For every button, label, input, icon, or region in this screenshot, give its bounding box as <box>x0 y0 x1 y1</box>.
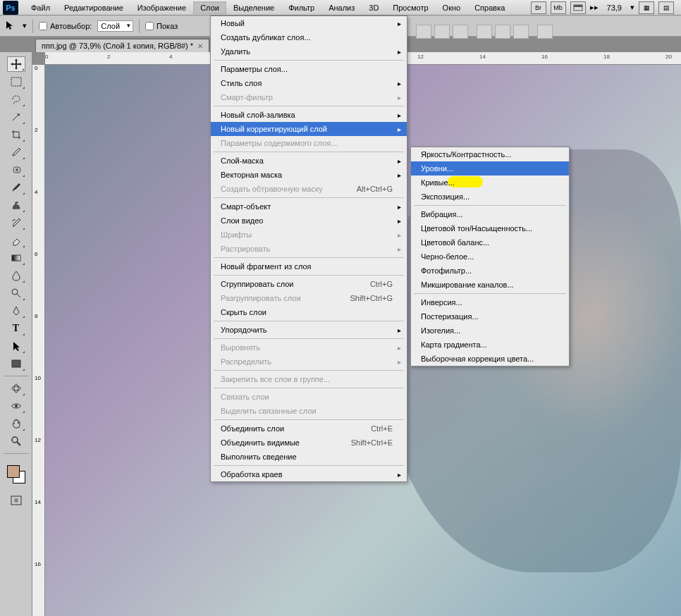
close-icon[interactable]: ✕ <box>197 42 203 50</box>
menu-item[interactable]: Уровни... <box>411 161 569 175</box>
menu-item[interactable]: Инверсия... <box>411 295 569 309</box>
menu-item[interactable]: Слои видео <box>211 214 407 228</box>
menu-item[interactable]: Объединить слоиCtrl+E <box>211 421 407 436</box>
todo-button[interactable]: ▤ <box>658 1 674 14</box>
menu-файл[interactable]: Файл <box>24 1 57 14</box>
menu-item[interactable]: Яркость/Контрастность... <box>411 147 569 161</box>
distribute-icon[interactable] <box>537 25 553 39</box>
autoselect-checkbox[interactable]: Автовыбор: <box>39 22 92 30</box>
screen-mode-button[interactable] <box>570 1 586 14</box>
shape-tool[interactable] <box>7 356 25 371</box>
menu-просмотр[interactable]: Просмотр <box>386 1 435 14</box>
menu-item[interactable]: Новый слой-заливка <box>211 108 407 122</box>
menu-item[interactable]: Слой-маска <box>211 154 407 168</box>
menu-3d[interactable]: 3D <box>362 1 386 14</box>
br-button[interactable]: Br <box>531 1 546 14</box>
lasso-tool[interactable] <box>7 92 25 107</box>
align-right-icon[interactable] <box>513 25 529 39</box>
menu-item[interactable]: Выполнить сведение <box>211 450 407 464</box>
pen-tool[interactable] <box>7 303 25 319</box>
menu-item[interactable]: Упорядочить <box>211 323 407 337</box>
menu-item[interactable]: Стиль слоя <box>211 76 407 90</box>
show-checkbox[interactable]: Показ <box>145 22 178 30</box>
3d-rotate-tool[interactable] <box>7 381 25 396</box>
menu-item[interactable]: Параметры слоя... <box>211 62 407 76</box>
eyedropper-tool[interactable] <box>7 144 25 160</box>
align-hcenter-icon[interactable] <box>495 25 510 39</box>
menu-item[interactable]: Кривые... <box>411 175 569 190</box>
healing-brush-tool[interactable] <box>7 162 25 178</box>
menu-item[interactable]: Вибрация... <box>411 207 569 221</box>
menu-item[interactable]: Экспозиция... <box>411 190 569 204</box>
menu-item[interactable]: Цветовой баланс... <box>411 235 569 250</box>
menu-separator <box>214 338 404 339</box>
menu-item[interactable]: Выборочная коррекция цвета... <box>411 352 569 366</box>
dodge-tool[interactable] <box>7 285 25 301</box>
menu-item[interactable]: Сгруппировать слоиCtrl+G <box>211 277 407 291</box>
crop-tool[interactable] <box>7 127 25 142</box>
dropdown-arrow[interactable]: ▾ <box>23 21 27 30</box>
menu-item[interactable]: Удалить <box>211 44 407 58</box>
divider <box>139 19 140 33</box>
menu-слои[interactable]: Слои <box>193 1 226 14</box>
zoom-tool[interactable] <box>7 433 25 449</box>
menu-item[interactable]: Изогелия... <box>411 324 569 338</box>
menu-окно[interactable]: Окно <box>436 1 468 14</box>
brush-tool[interactable] <box>7 180 25 195</box>
quick-mask-tool[interactable] <box>7 493 25 508</box>
chevron-down-icon[interactable]: ▾ <box>630 3 634 12</box>
menu-item-label: Скрыть слои <box>221 308 266 316</box>
move-tool[interactable] <box>7 56 25 72</box>
menu-item-label: Новый слой-заливка <box>221 111 295 119</box>
menu-item: Разгруппировать слоиShift+Ctrl+G <box>211 291 407 305</box>
align-left-icon[interactable] <box>477 25 492 39</box>
menu-item[interactable]: Объединить видимыеShift+Ctrl+E <box>211 436 407 450</box>
menu-анализ[interactable]: Анализ <box>321 1 362 14</box>
menu-item[interactable]: Новый фрагмент из слоя <box>211 259 407 273</box>
menu-item[interactable]: Карта градиента... <box>411 338 569 352</box>
svg-point-12 <box>12 437 18 443</box>
menu-item[interactable]: Векторная маска <box>211 168 407 182</box>
menu-item[interactable]: Новый <box>211 16 407 30</box>
history-brush-tool[interactable] <box>7 215 25 230</box>
menu-item[interactable]: Смарт-объект <box>211 199 407 214</box>
menu-item[interactable]: Микширование каналов... <box>411 278 569 292</box>
menu-item[interactable]: Черно-белое... <box>411 250 569 264</box>
align-top-icon[interactable] <box>416 25 431 39</box>
document-tab[interactable]: ппп.jpg @ 73,9% (Слой 1 копия, RGB/8#) *… <box>35 39 209 52</box>
align-vcenter-icon[interactable] <box>434 25 450 39</box>
gradient-tool[interactable] <box>7 250 25 266</box>
grid-button[interactable]: ▦ <box>639 1 654 14</box>
menu-редактирование[interactable]: Редактирование <box>57 1 130 14</box>
type-tool[interactable]: T <box>7 321 25 336</box>
zoom-value[interactable]: 73,9 <box>603 4 626 12</box>
menu-item[interactable]: Постеризация... <box>411 309 569 324</box>
foreground-color[interactable] <box>7 465 20 478</box>
clone-stamp-tool[interactable] <box>7 197 25 213</box>
menu-separator <box>214 370 404 371</box>
magic-wand-tool[interactable] <box>7 109 25 125</box>
menu-фильтр[interactable]: Фильтр <box>281 1 321 14</box>
autoselect-target-select[interactable]: Слой <box>97 20 133 32</box>
menu-справка[interactable]: Справка <box>467 1 512 14</box>
menu-item[interactable]: Скрыть слои <box>211 305 407 319</box>
3d-camera-tool[interactable] <box>7 398 25 414</box>
menu-выделение[interactable]: Выделение <box>226 1 281 14</box>
menu-item-label: Инверсия... <box>421 298 462 307</box>
align-bottom-icon[interactable] <box>453 25 468 39</box>
path-selection-tool[interactable] <box>7 338 25 354</box>
menu-item[interactable]: Новый корректирующий слой <box>211 122 407 136</box>
menu-item[interactable]: Цветовой тон/Насыщенность... <box>411 221 569 235</box>
menu-item-label: Сгруппировать слои <box>221 280 293 288</box>
menu-item[interactable]: Фотофильтр... <box>411 264 569 278</box>
menu-изображение[interactable]: Изображение <box>130 1 193 14</box>
marquee-tool[interactable] <box>7 74 25 90</box>
menu-item[interactable]: Обработка краев <box>211 467 407 481</box>
blur-tool[interactable] <box>7 268 25 283</box>
color-swatches[interactable] <box>6 464 27 485</box>
hand-tool[interactable] <box>7 416 25 431</box>
svg-point-9 <box>14 384 18 393</box>
mb-button[interactable]: Mb <box>551 1 566 14</box>
eraser-tool[interactable] <box>7 233 25 248</box>
menu-item[interactable]: Создать дубликат слоя... <box>211 30 407 44</box>
